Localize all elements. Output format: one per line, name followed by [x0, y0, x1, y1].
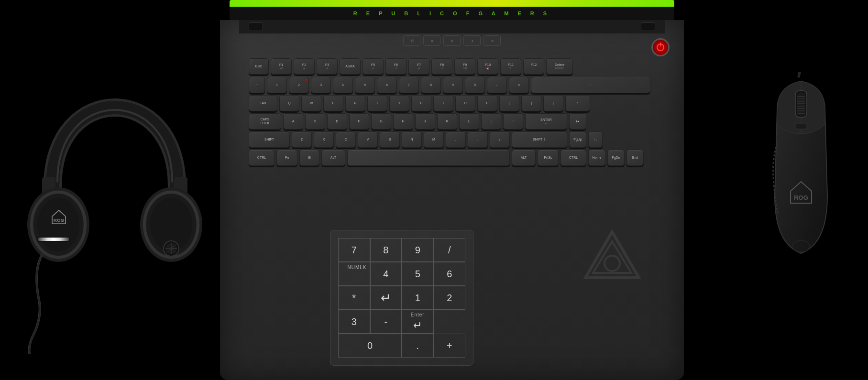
- key-0[interactable]: 0: [465, 77, 485, 93]
- numpad-enter-bottom[interactable]: Enter ↵: [402, 310, 434, 334]
- key-y[interactable]: Y: [389, 95, 409, 111]
- key-comma[interactable]: ,: [446, 131, 466, 148]
- key-v[interactable]: V: [358, 131, 378, 148]
- numpad-numlk[interactable]: NUMLK: [338, 262, 370, 286]
- ctrl-btn-4[interactable]: ✦: [463, 35, 481, 46]
- key-3[interactable]: 3: [311, 77, 331, 93]
- key-n[interactable]: N: [402, 131, 422, 148]
- key-ctrl-left[interactable]: CTRL: [249, 150, 275, 166]
- key-s[interactable]: S: [305, 113, 325, 130]
- key-e[interactable]: E: [323, 95, 343, 111]
- key-alt-right[interactable]: ALT: [512, 150, 536, 166]
- key-f6[interactable]: F6☐: [385, 58, 407, 75]
- key-prtsc[interactable]: PrtSc: [538, 150, 559, 166]
- key-pgup[interactable]: PgUp: [569, 131, 586, 148]
- key-f3[interactable]: F3☀: [317, 58, 338, 75]
- key-4[interactable]: 4: [333, 77, 353, 93]
- key-j[interactable]: J: [415, 113, 435, 130]
- key-caps[interactable]: CAPSLOCK: [249, 113, 281, 130]
- key-f4[interactable]: AURA: [340, 58, 361, 75]
- key-shift-right[interactable]: SHIFT ⇧: [512, 131, 567, 148]
- key-u[interactable]: U: [411, 95, 431, 111]
- key-space[interactable]: [347, 150, 510, 166]
- key-tab[interactable]: TAB: [249, 95, 277, 111]
- ctrl-btn-1[interactable]: 🎵: [403, 35, 420, 46]
- key-win[interactable]: ⊞: [299, 150, 319, 166]
- key-p[interactable]: P: [477, 95, 497, 111]
- key-f2[interactable]: F2⊠: [294, 58, 315, 75]
- key-8[interactable]: 8: [421, 77, 441, 93]
- key-fn-bottom[interactable]: Fn: [276, 150, 297, 166]
- ctrl-btn-2[interactable]: ⊞: [423, 35, 440, 46]
- key-lbracket[interactable]: [: [499, 95, 519, 111]
- key-f9[interactable]: F9O/D: [454, 58, 475, 75]
- key-6[interactable]: 6: [377, 77, 397, 93]
- key-tctl[interactable]: ↑↓: [588, 131, 603, 148]
- key-enter[interactable]: ENTER↵: [525, 113, 567, 130]
- key-f11[interactable]: F11Z⁻: [500, 58, 521, 75]
- key-semicolon[interactable]: ;: [481, 113, 501, 130]
- numpad-minus[interactable]: -: [370, 310, 402, 334]
- key-rbracket[interactable]: ]: [521, 95, 541, 111]
- numpad-enter-top[interactable]: ↵: [370, 286, 402, 310]
- key-minus[interactable]: -: [487, 77, 507, 93]
- key-quote[interactable]: ': [503, 113, 523, 130]
- key-x[interactable]: X: [314, 131, 334, 148]
- numpad-4[interactable]: 4: [370, 262, 402, 286]
- numpad-3[interactable]: 3: [338, 310, 370, 334]
- numpad-dot[interactable]: .: [402, 334, 434, 358]
- key-q[interactable]: Q: [279, 95, 299, 111]
- key-shift-left[interactable]: SHIFT: [249, 131, 290, 148]
- key-h[interactable]: H: [393, 113, 413, 130]
- numpad-9[interactable]: 9: [402, 238, 434, 262]
- key-esc[interactable]: ESC: [249, 58, 269, 75]
- key-c[interactable]: C: [336, 131, 356, 148]
- key-home[interactable]: Home: [588, 150, 605, 166]
- numpad-7[interactable]: 7: [338, 238, 370, 262]
- key-2[interactable]: 2: [289, 77, 309, 93]
- key-w[interactable]: W: [301, 95, 321, 111]
- ctrl-btn-rog[interactable]: ⊙: [483, 35, 501, 46]
- key-f[interactable]: F: [349, 113, 369, 130]
- key-a[interactable]: A: [283, 113, 303, 130]
- key-f8[interactable]: F8☐: [431, 58, 452, 75]
- numpad-5[interactable]: 5: [402, 262, 434, 286]
- key-g[interactable]: G: [371, 113, 391, 130]
- key-m[interactable]: M: [424, 131, 444, 148]
- numpad-asterisk[interactable]: *: [338, 286, 370, 310]
- key-f10[interactable]: F10🔇: [477, 58, 498, 75]
- key-f7[interactable]: F7⊟: [408, 58, 429, 75]
- key-t[interactable]: T: [367, 95, 387, 111]
- key-1[interactable]: 1: [267, 77, 287, 93]
- numpad-slash[interactable]: /: [434, 238, 466, 262]
- key-alt-left[interactable]: ALT: [321, 150, 345, 166]
- key-end[interactable]: End: [626, 150, 644, 166]
- key-ctrl-right[interactable]: CTRL: [560, 150, 586, 166]
- key-l[interactable]: L: [459, 113, 479, 130]
- key-d[interactable]: D: [327, 113, 347, 130]
- numpad-8[interactable]: 8: [370, 238, 402, 262]
- key-f1[interactable]: F1✕K: [271, 58, 292, 75]
- key-b[interactable]: B: [380, 131, 400, 148]
- key-f12[interactable]: F12↑: [523, 58, 544, 75]
- key-i[interactable]: I: [433, 95, 453, 111]
- key-period[interactable]: .: [468, 131, 488, 148]
- numpad-plus[interactable]: +: [434, 334, 466, 358]
- key-tilde[interactable]: ~: [249, 77, 265, 93]
- numpad-6[interactable]: 6: [434, 262, 466, 286]
- key-fwd[interactable]: ⏭: [569, 113, 586, 130]
- key-o[interactable]: O: [455, 95, 475, 111]
- key-pgdn[interactable]: PgDn: [607, 150, 625, 166]
- key-7[interactable]: 7: [399, 77, 419, 93]
- numpad-2[interactable]: 2: [434, 286, 466, 310]
- key-9[interactable]: 9: [443, 77, 463, 93]
- key-r[interactable]: R: [345, 95, 365, 111]
- key-5[interactable]: 5: [355, 77, 375, 93]
- numpad-0[interactable]: 0: [338, 334, 402, 358]
- numpad-1[interactable]: 1: [402, 286, 434, 310]
- key-del[interactable]: DeleteINSERT: [546, 58, 573, 75]
- ctrl-btn-3[interactable]: ≋: [443, 35, 461, 46]
- key-equals[interactable]: =: [509, 77, 529, 93]
- key-backslash[interactable]: \: [565, 95, 590, 111]
- key-backspace[interactable]: ←: [531, 77, 650, 93]
